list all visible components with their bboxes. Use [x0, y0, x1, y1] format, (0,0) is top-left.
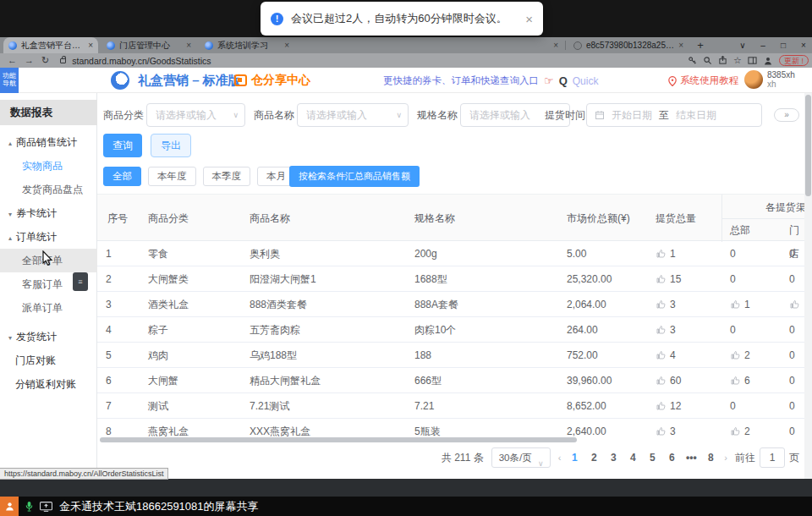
pick-hand-icon — [656, 350, 667, 360]
page-size-select[interactable]: 30条/页∨ — [491, 447, 551, 468]
status-url-tooltip: https://standard.maboy.cn/AllOrderStatis… — [0, 468, 168, 480]
new-tab-button[interactable]: + — [694, 39, 707, 52]
browser-tab[interactable]: 礼盒营销平台管理中心× — [3, 37, 98, 53]
window-close-button[interactable]: × — [795, 37, 812, 53]
table-cell: 鸡肉 — [140, 343, 241, 368]
screen-share-icon[interactable] — [40, 502, 52, 512]
scrollbar-thumb[interactable] — [805, 95, 811, 196]
table-cell: 1 — [97, 241, 140, 266]
period-tab-本季度[interactable]: 本季度 — [203, 167, 251, 186]
name-label: 商品名称 — [254, 103, 294, 127]
page-number-4[interactable]: 4 — [627, 452, 639, 464]
sidebar-item-分销返利对账[interactable]: 分销返利对账 — [0, 372, 97, 396]
period-tab-本年度[interactable]: 本年度 — [148, 167, 196, 186]
col-no: 序号 — [107, 195, 128, 242]
sidebar-item-订单统计[interactable]: ▴订单统计 — [0, 225, 97, 249]
tab-close-icon[interactable]: × — [678, 41, 683, 50]
info-icon: ! — [271, 13, 283, 25]
sidebar-item-发货商品盘点[interactable]: 发货商品盘点 — [0, 178, 97, 201]
key-icon[interactable] — [688, 56, 697, 65]
browser-tab[interactable]: × — [508, 37, 563, 53]
table-row[interactable]: 1零食奥利奥200g5.00100 — [97, 241, 804, 266]
tutorial-link[interactable]: 系统使用教程 — [668, 74, 738, 87]
reload-icon[interactable]: ↻ — [41, 53, 49, 68]
share-center-link[interactable]: 仓分享中心 — [234, 73, 310, 88]
browser-tab[interactable]: 门店管理中心× — [102, 37, 196, 53]
sidebar-item-商品销售统计[interactable]: ▴商品销售统计 — [0, 130, 97, 154]
page-number-8[interactable]: 8 — [705, 452, 716, 464]
table-cell: 精品大闸蟹礼盒 — [241, 368, 406, 393]
col-category: 商品分类 — [148, 195, 189, 242]
sidebar-item-实物商品[interactable]: 实物商品 — [0, 154, 97, 178]
chevron-down-icon: ∨ — [538, 454, 544, 473]
tab-close-icon[interactable]: × — [186, 41, 191, 50]
function-nav-toggle[interactable]: 功能导航 — [0, 68, 19, 93]
browser-tab[interactable]: 系统培训学习× — [200, 37, 294, 53]
lock-icon[interactable] — [60, 58, 66, 63]
meeting-toast: ! 会议已超过2人，自动转为60分钟限时会议。 × — [261, 2, 543, 36]
screen-share-bar: 金禾通技术王斌18662591081的屏幕共享 — [0, 497, 812, 516]
sidebar-collapse-handle[interactable]: ≡ — [73, 272, 88, 291]
table-row[interactable]: 2大闸蟹类阳澄湖大闸蟹11688型25,320.001500 — [97, 266, 804, 292]
page-scrollbar[interactable] — [804, 93, 812, 479]
export-button[interactable]: 导出 — [151, 134, 191, 157]
share-icon[interactable] — [718, 56, 727, 65]
tab-close-icon[interactable]: × — [284, 41, 289, 50]
tab-close-icon[interactable]: × — [88, 41, 93, 50]
quick-entry[interactable]: 更快捷的券卡、订单和快递查询入口 ☞ Q Quick — [383, 74, 598, 87]
table-cell: 3 — [647, 317, 721, 343]
table-row[interactable]: 8燕窝礼盒XXX燕窝礼盒5瓶装2,640.00320 — [97, 419, 804, 436]
user-menu[interactable]: 8385xhxh — [744, 70, 795, 89]
tab-search-icon[interactable]: ∨ — [734, 37, 751, 53]
summary-button[interactable]: 按检索条件汇总商品销售额 — [289, 166, 420, 187]
page-number-6[interactable]: 6 — [666, 452, 678, 464]
category-select[interactable]: ∨ — [146, 103, 245, 127]
pager-ellipsis[interactable]: ••• — [685, 452, 697, 464]
window-maximize-button[interactable]: □ — [775, 37, 792, 53]
table-row[interactable]: 5鸡肉乌鸡188型188752.00420 — [97, 343, 804, 368]
url-bar[interactable]: standard.maboy.cn/GoodsStatistics — [72, 56, 211, 66]
expand-filters-button[interactable]: » — [774, 108, 799, 122]
goto-page-input[interactable] — [760, 447, 785, 468]
table-row[interactable]: 7测试7.21测试7.218,652.001200 — [97, 393, 804, 419]
table-cell: 酒类礼盒 — [140, 292, 241, 317]
date-range-picker[interactable]: 开始日期 至 结束日期 — [586, 103, 762, 127]
browser-update-button[interactable]: 更新 ! — [779, 55, 809, 66]
bookmark-star-icon[interactable]: ☆ — [733, 56, 742, 65]
query-button[interactable]: 查询 — [103, 134, 142, 157]
page-number-3[interactable]: 3 — [607, 452, 619, 464]
page-number-1[interactable]: 1 — [568, 452, 580, 464]
spec-label: 规格名称 — [417, 103, 458, 127]
arrow-up-icon: ▴ — [8, 234, 12, 242]
toast-close-icon[interactable]: × — [525, 12, 533, 26]
table-row[interactable]: 3酒类礼盒888酒类套餐888A套餐2,064.0031 — [97, 292, 804, 317]
table-cell: 1 — [721, 292, 781, 317]
page-number-2[interactable]: 2 — [588, 452, 600, 464]
window-minimize-button[interactable]: – — [754, 37, 771, 53]
sidebar-item-发货统计[interactable]: ▾发货统计 — [0, 325, 97, 349]
next-page-icon[interactable]: › — [724, 453, 727, 463]
table-cell: 0 — [781, 393, 804, 419]
back-icon[interactable]: ← — [8, 53, 17, 68]
name-select[interactable]: ∨ — [297, 103, 409, 127]
zoom-icon[interactable] — [703, 56, 712, 65]
sidebar-item-券卡统计[interactable]: ▾券卡统计 — [0, 201, 97, 225]
table-cell: 5瓶装 — [406, 419, 558, 436]
browser-tab[interactable]: e8c573980b1328a258fd2e6f8× — [568, 37, 689, 53]
table-row[interactable]: 6大闸蟹精品大闸蟹礼盒666型39,960.006060 — [97, 368, 804, 393]
profile-icon[interactable] — [763, 56, 773, 66]
pick-hand-icon — [730, 350, 741, 360]
prev-page-icon[interactable]: ‹ — [558, 453, 562, 463]
tab-close-icon[interactable]: × — [553, 41, 558, 50]
table-row[interactable]: 4粽子五芳斋肉粽肉粽10个264.00300 — [97, 317, 804, 343]
split-view-icon[interactable] — [748, 56, 757, 65]
table-cell: 666型 — [406, 368, 558, 393]
sidebar-item-派单订单[interactable]: 派单订单 — [0, 296, 97, 320]
microphone-icon[interactable] — [25, 501, 34, 512]
forward-icon[interactable]: → — [25, 53, 34, 68]
horizontal-scrollbar[interactable] — [100, 437, 577, 442]
period-tab-全部[interactable]: 全部 — [103, 167, 141, 186]
page-number-5[interactable]: 5 — [646, 452, 658, 464]
sidebar-item-门店对账[interactable]: 门店对账 — [0, 349, 97, 372]
chevron-down-icon: ∨ — [233, 111, 239, 119]
